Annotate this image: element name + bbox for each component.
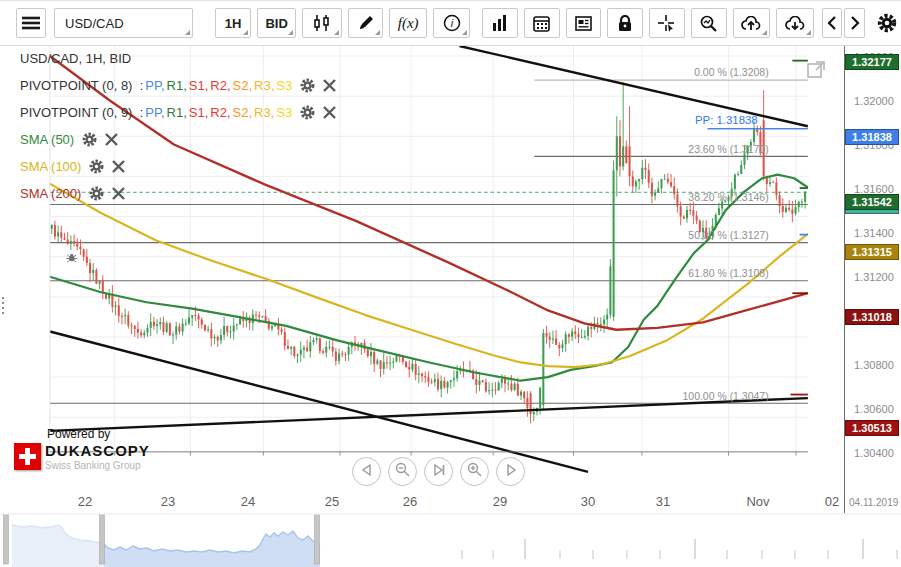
fib-label: 61.80 % (1.3108) (688, 268, 768, 279)
brand-name: DUKASCOPY (45, 443, 150, 458)
chart-type-button[interactable] (302, 8, 341, 38)
price-badge: 1.30513 (845, 420, 899, 436)
symbol-select[interactable]: USD/CAD (54, 8, 193, 38)
side-select[interactable]: BID (257, 8, 296, 38)
settings-button[interactable] (873, 8, 901, 38)
candlestick-icon (313, 14, 331, 32)
news-button[interactable] (566, 8, 602, 38)
price-tick-label: 1.30400 (854, 447, 894, 459)
indicator-settings-gear-icon[interactable] (299, 104, 316, 121)
pivot-series-s3: S3 (276, 78, 292, 93)
indicator-remove-icon[interactable] (323, 106, 336, 119)
pivot-series-r2: R2, (210, 78, 230, 93)
crosshair-icon (658, 15, 675, 32)
time-tick-label: 24 (228, 494, 268, 509)
period-select[interactable]: 1H (215, 8, 251, 38)
cloud-upload-icon (741, 16, 761, 31)
navigator-handle[interactable] (100, 515, 105, 564)
pivot-series-r2: R2, (210, 105, 230, 120)
indicator-settings-gear-icon[interactable] (88, 185, 105, 202)
volume-button[interactable] (482, 8, 518, 38)
crosshair-button[interactable] (649, 8, 685, 38)
price-badge: 1.31315 (845, 244, 899, 260)
time-tick-label: 30 (568, 494, 608, 509)
time-axis: 2223242526293031Nov02 (0, 491, 845, 513)
fib-label: 0.00 % (1.3208) (694, 67, 769, 78)
fx-icon: f(x) (398, 15, 419, 32)
time-tick-label: 26 (390, 494, 430, 509)
skip-forward-icon (432, 463, 446, 481)
cloud-save-button[interactable] (733, 8, 771, 38)
chart-nav-buttons (352, 457, 532, 486)
price-tick-label: 1.31200 (854, 271, 894, 283)
draw-tools-button[interactable] (348, 8, 384, 38)
price-tick-label: 1.31400 (854, 227, 894, 239)
side-label: BID (265, 16, 287, 31)
zoom-in-icon (467, 462, 482, 481)
chart-title: USD/CAD, 1H, BID (20, 51, 336, 66)
time-tick-label: Nov (738, 494, 778, 509)
navigator-handle[interactable] (4, 515, 9, 564)
zoom-out-button[interactable] (388, 457, 417, 486)
pivot-label: PIVOTPOINT (0, 9) : (20, 105, 143, 120)
arrow-left-icon (360, 463, 374, 481)
pivot-series-s2: S2, (233, 105, 253, 120)
menu-button[interactable] (16, 8, 46, 38)
expand-icon[interactable] (806, 58, 828, 84)
navigator-faded-region (12, 515, 104, 567)
calendar-button[interactable] (524, 8, 560, 38)
pivot-series-s2: S2, (233, 78, 253, 93)
pivot-series-s1: S1, (189, 78, 209, 93)
indicator-remove-icon[interactable] (112, 160, 125, 173)
jump-to-end-button[interactable] (424, 457, 453, 486)
time-tick-label: 29 (480, 494, 520, 509)
indicators-button[interactable]: f(x) (389, 8, 427, 38)
pivot-label: PIVOTPOINT (0, 8) : (20, 78, 143, 93)
cloud-load-button[interactable] (776, 8, 814, 38)
sma-label: SMA (200) (20, 186, 81, 201)
cloud-download-icon (785, 16, 805, 31)
chart-widget: USD/CAD 1H BID f(x) i (0, 0, 901, 567)
indicator-settings-gear-icon[interactable] (299, 77, 316, 94)
chart-navigator[interactable] (0, 513, 901, 567)
lock-button[interactable] (607, 8, 643, 38)
prev-button[interactable] (822, 8, 843, 38)
indicator-remove-icon[interactable] (323, 79, 336, 92)
navigator-handle[interactable] (315, 515, 320, 564)
indicator-settings-gear-icon[interactable] (81, 131, 98, 148)
price-badge: 1.32177 (845, 54, 899, 70)
pan-right-button[interactable] (496, 457, 525, 486)
pivot-series-s1: S1, (189, 105, 209, 120)
bug-marker-icon (66, 254, 77, 262)
dukascopy-logo-icon (14, 443, 41, 470)
fib-label: 100.00 % (1.3047) (683, 391, 769, 402)
lock-icon (618, 15, 632, 32)
info-button[interactable]: i (433, 8, 471, 38)
price-badge: 1.31018 (845, 309, 899, 325)
time-tick-label: 23 (148, 494, 188, 509)
indicator-remove-icon[interactable] (112, 187, 125, 200)
zoom-in-button[interactable] (460, 457, 489, 486)
next-button[interactable] (844, 8, 865, 38)
powered-by-text: Powered by (47, 427, 150, 441)
pan-left-button[interactable] (352, 457, 381, 486)
powered-by-block: Powered by DUKASCOPY Swiss Banking Group (14, 427, 150, 471)
chevron-left-icon (827, 16, 837, 30)
symbol-label: USD/CAD (65, 16, 124, 31)
pivot-series-r3: R3, (254, 105, 274, 120)
pivot-series-r1: R1, (167, 78, 187, 93)
axis-date-label: 04.11.2019 (849, 497, 898, 508)
indicator-remove-icon[interactable] (105, 133, 118, 146)
indicator-settings-gear-icon[interactable] (88, 158, 105, 175)
price-tick-label: 1.30600 (854, 403, 894, 415)
pivot-series-s3: S3 (276, 105, 292, 120)
legend: USD/CAD, 1H, BID PIVOTPOINT (0, 8) : PP,… (20, 51, 336, 211)
chart-zoom-button[interactable] (691, 8, 727, 38)
gear-icon (876, 12, 898, 34)
legend-sma-row: SMA (50) (20, 130, 336, 148)
time-tick-label: 02 (812, 494, 852, 509)
legend-pivot-row: PIVOTPOINT (0, 9) : PP,R1,S1,R2,S2,R3,S3 (20, 103, 336, 121)
panel-drag-handle[interactable] (2, 297, 4, 317)
toolbar: USD/CAD 1H BID f(x) i (0, 1, 901, 46)
price-axis[interactable]: 1.322001.320001.318001.316001.314001.312… (844, 46, 901, 513)
